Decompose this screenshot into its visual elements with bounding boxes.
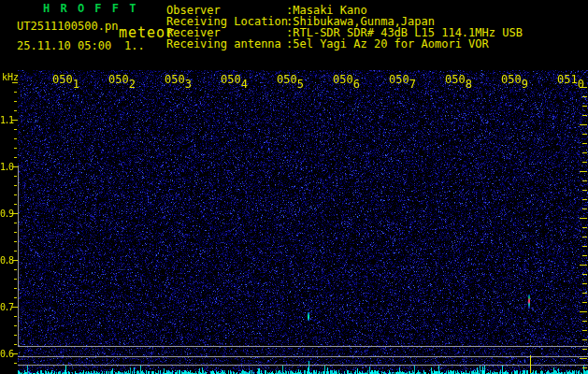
freq-tick-left (14, 251, 17, 252)
freq-tick-right (582, 227, 587, 228)
freq-tick-left (12, 82, 18, 83)
freq-tick-left (14, 92, 17, 93)
freq-tick-right (582, 349, 587, 350)
info-value-antenna: :5el Yagi Az 20 for Aomori VOR (286, 37, 489, 50)
freq-tick-right (582, 152, 587, 153)
time-tick-label: 0507 (389, 73, 416, 86)
time-label-minute-digit: 7 (409, 78, 416, 91)
freq-tick-right (582, 339, 587, 340)
freq-tick-left (14, 129, 17, 130)
freq-tick-right (582, 321, 587, 322)
freq-tick-left (14, 288, 17, 289)
time-tick-label: 0504 (221, 73, 248, 86)
freq-tick-left (14, 279, 17, 280)
strip-line-1 (18, 346, 588, 347)
plot-left-border (18, 165, 19, 346)
time-label-minute-digit: 1 (73, 78, 79, 91)
freq-tick-left (14, 232, 17, 233)
freq-tick-right (582, 106, 587, 107)
time-label-prefix: 051 (557, 73, 578, 86)
freq-tick-right (580, 218, 587, 219)
freq-tick-left (14, 363, 17, 364)
time-tick-label: 0501 (52, 73, 79, 86)
freq-tick-right (582, 367, 587, 368)
meteor-echo-faint (308, 312, 309, 321)
freq-tick-label: 0.9 (0, 209, 12, 219)
output-filename: UT2511100500.pn (17, 20, 118, 33)
strip-line-2 (18, 356, 588, 357)
freq-tick-right (582, 115, 587, 116)
time-label-prefix: 050 (501, 73, 522, 86)
antenna-value: 5el Yagi Az 20 for Aomori VOR (293, 37, 489, 50)
freq-tick-right (580, 171, 587, 172)
time-tick-label: 0503 (165, 73, 192, 86)
freq-tick-left (14, 204, 17, 205)
time-label-prefix: 050 (445, 73, 466, 86)
freq-tick-right (580, 311, 587, 312)
freq-tick-right (582, 180, 587, 181)
freq-tick-left (14, 223, 17, 223)
freq-tick-label: 1.0 (0, 162, 12, 172)
freq-tick-right (582, 255, 587, 256)
time-label-minute-digit: 8 (466, 78, 472, 91)
time-tick-label: 0506 (333, 73, 360, 86)
time-tick-label: 0510 (557, 73, 584, 86)
spectrogram-canvas (18, 70, 588, 374)
freq-tick-right (582, 134, 587, 135)
freq-tick-left (14, 241, 17, 242)
freq-tick-right (582, 209, 587, 209)
freq-tick-left (12, 120, 18, 121)
app-title: H R O F F T (43, 2, 137, 15)
freq-tick-left (14, 316, 17, 317)
time-tick-label: 0509 (501, 73, 528, 86)
freq-tick-left (14, 325, 17, 326)
freq-tick-right (582, 246, 587, 247)
time-label-prefix: 050 (221, 73, 241, 86)
meteor-echo-strong (528, 295, 530, 309)
time-label-minute-digit: 4 (241, 78, 248, 91)
time-tick-label: 0502 (108, 73, 136, 86)
time-label-minute-digit: 3 (185, 78, 192, 91)
freq-tick-right (582, 190, 587, 191)
time-label-minute-digit: 5 (297, 78, 304, 91)
freq-tick-label: 0.6 (0, 349, 12, 359)
time-tick-label: 0505 (277, 73, 304, 86)
time-label-minute-digit: 9 (522, 78, 528, 91)
time-label-prefix: 050 (333, 73, 353, 86)
freq-tick-right (582, 237, 587, 237)
freq-tick-left (14, 101, 17, 102)
freq-tick-left (14, 269, 17, 270)
time-label-prefix: 050 (277, 73, 297, 86)
freq-tick-right (580, 124, 587, 125)
freq-tick-right (582, 293, 587, 294)
freq-tick-left (14, 148, 17, 149)
freq-tick-left (14, 335, 17, 336)
freq-tick-left (14, 157, 17, 158)
hrofft-screen: H R O F F T UT2511100500.pn meteor 25.11… (0, 0, 588, 374)
freq-tick-label: 1.1 (0, 115, 12, 125)
strip-line-3 (18, 365, 588, 366)
time-label-prefix: 050 (165, 73, 185, 86)
freq-tick-right (582, 283, 587, 284)
freq-tick-right (582, 274, 587, 275)
freq-tick-left (14, 138, 17, 139)
detection-marker-line (530, 355, 531, 373)
time-label-prefix: 050 (389, 73, 409, 86)
freq-tick-label: 0.8 (0, 255, 12, 266)
freq-tick-right (582, 302, 587, 303)
freq-tick-right (582, 162, 587, 163)
info-label-antenna: Receiving antenna (166, 37, 281, 50)
freq-tick-left (14, 185, 17, 186)
time-label-prefix: 050 (108, 73, 129, 86)
freq-tick-right (580, 265, 587, 266)
time-label-minute-digit: 0 (578, 78, 584, 91)
time-label-minute-digit: 6 (353, 78, 360, 91)
freq-tick-right (582, 199, 587, 200)
freq-tick-left (14, 194, 17, 195)
freq-tick-left (14, 297, 17, 298)
time-tick-label: 0508 (445, 73, 472, 86)
freq-tick-right (580, 358, 587, 359)
freq-tick-label: 0.7 (0, 302, 12, 312)
freq-axis-unit: kHz (2, 72, 19, 82)
echo-counter: 1.. (124, 39, 145, 52)
